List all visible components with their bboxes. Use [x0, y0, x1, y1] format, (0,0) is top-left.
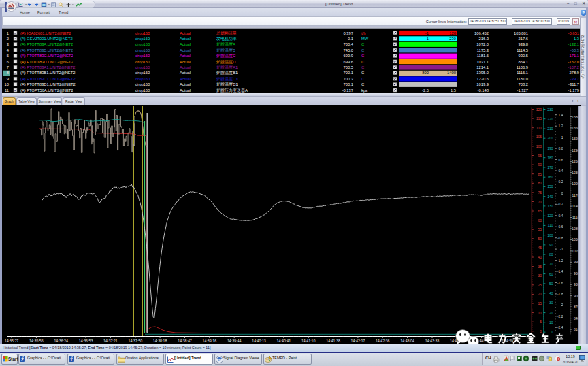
svg-text:40: 40 — [549, 291, 553, 295]
svg-text:745.0: 745.0 — [343, 48, 353, 52]
svg-text:Actual: Actual — [180, 65, 191, 69]
svg-text:C: C — [361, 65, 364, 69]
svg-text:(A) FTOTT83D.UNIT2@NET2: (A) FTOTT83D.UNIT2@NET2 — [20, 60, 74, 64]
svg-text:(A) IOA02681.UNIT2@NET2: (A) IOA02681.UNIT2@NET2 — [20, 31, 71, 35]
svg-text:14:38:47: 14:38:47 — [178, 339, 192, 343]
svg-text:4: 4 — [7, 48, 10, 52]
svg-text:0.2: 0.2 — [559, 180, 564, 184]
svg-text:Actual: Actual — [180, 77, 191, 81]
svg-text:-0.8: -0.8 — [557, 236, 564, 240]
svg-text:-39.7: -39.7 — [570, 77, 579, 81]
svg-text:C: C — [361, 77, 364, 81]
svg-text:0.397: 0.397 — [343, 31, 353, 35]
svg-text:炉膛压力变送器A: 炉膛压力变送器A — [216, 88, 248, 93]
svg-text:-107.2: -107.2 — [568, 65, 579, 69]
svg-text:C: C — [361, 60, 364, 64]
svg-text:699.9: 699.9 — [343, 54, 353, 58]
svg-text:C: C — [361, 54, 364, 58]
svg-text:drop160: drop160 — [135, 48, 150, 52]
svg-text:C: C — [361, 82, 364, 86]
svg-text:-60.3: -60.3 — [570, 48, 579, 52]
svg-text:14:41:10: 14:41:10 — [301, 339, 316, 343]
svg-text:14:38:18: 14:38:18 — [153, 339, 167, 343]
svg-text:(A) FTOTT83B.UNIT2@NET2: (A) FTOTT83B.UNIT2@NET2 — [20, 48, 73, 52]
svg-text:-1.2: -1.2 — [557, 259, 564, 263]
svg-text:90: 90 — [549, 243, 553, 247]
svg-text:C: C — [361, 48, 364, 52]
svg-text:0.6: 0.6 — [559, 158, 564, 162]
svg-text:130: 130 — [547, 204, 553, 208]
svg-text:炉膛温度B1: 炉膛温度B1 — [216, 70, 238, 76]
svg-text:120: 120 — [449, 31, 456, 35]
svg-text:160: 160 — [547, 175, 553, 179]
svg-text:20: 20 — [549, 311, 553, 315]
svg-text:-0.148: -0.148 — [478, 88, 489, 93]
svg-text:25: 25 — [538, 283, 542, 287]
svg-text:939.8: 939.8 — [518, 42, 528, 46]
svg-text:-1: -1 — [425, 31, 429, 35]
svg-text:-167.0: -167.0 — [568, 60, 579, 64]
svg-text:120: 120 — [547, 214, 553, 218]
svg-text:炉膛温度A: 炉膛温度A — [216, 41, 235, 47]
svg-text:1175.3: 1175.3 — [477, 48, 489, 52]
svg-text:14:35:56: 14:35:56 — [29, 339, 44, 343]
svg-text:(A) FTOTT83A1.UNIT2@NET2: (A) FTOTT83A1.UNIT2@NET2 — [20, 65, 76, 69]
svg-text:11: 11 — [5, 88, 9, 93]
svg-text:230: 230 — [449, 37, 456, 41]
svg-text:55: 55 — [538, 227, 542, 231]
svg-text:700.1: 700.1 — [343, 82, 353, 86]
svg-text:drop160: drop160 — [135, 88, 150, 93]
svg-text:drop160: drop160 — [135, 42, 150, 46]
svg-text:-311.7: -311.7 — [568, 82, 579, 86]
svg-text:1019.9: 1019.9 — [476, 82, 489, 86]
svg-text:216.3: 216.3 — [478, 37, 489, 41]
svg-text:95: 95 — [538, 154, 542, 158]
svg-text:1: 1 — [7, 31, 9, 35]
svg-text:drop160: drop160 — [135, 31, 150, 35]
svg-text:930.5: 930.5 — [518, 54, 528, 58]
svg-text:60: 60 — [538, 218, 542, 222]
svg-text:699.6: 699.6 — [343, 60, 353, 64]
svg-text:1181.6: 1181.6 — [477, 54, 489, 58]
svg-text:-278.9: -278.9 — [568, 71, 579, 75]
svg-text:70: 70 — [538, 200, 542, 204]
svg-text:-1.8: -1.8 — [557, 292, 564, 296]
svg-text:drop160: drop160 — [135, 77, 150, 81]
svg-text:1.5: 1.5 — [451, 88, 456, 93]
svg-text:65: 65 — [538, 209, 542, 213]
svg-text:0.8: 0.8 — [559, 146, 564, 150]
svg-text:-1.6: -1.6 — [557, 281, 564, 285]
svg-text:MW: MW — [361, 37, 369, 41]
svg-text:14:35:27: 14:35:27 — [5, 339, 19, 343]
svg-text:总燃料流量: 总燃料流量 — [216, 31, 237, 36]
svg-text:(A) FTOTT83C.UNIT2@NET2: (A) FTOTT83C.UNIT2@NET2 — [20, 54, 74, 58]
svg-text:-0.4: -0.4 — [557, 214, 564, 218]
svg-text:0.1: 0.1 — [348, 37, 353, 41]
svg-text:炉膛温度A1: 炉膛温度A1 — [216, 65, 238, 70]
svg-text:80: 80 — [538, 181, 542, 185]
svg-text:220: 220 — [547, 117, 553, 121]
svg-text:110: 110 — [536, 126, 542, 130]
svg-text:14:42:07: 14:42:07 — [351, 339, 365, 343]
svg-text:(A) GEVJT001.UNIT2@NET2: (A) GEVJT001.UNIT2@NET2 — [20, 37, 73, 41]
svg-text:-171.1: -171.1 — [568, 54, 579, 58]
svg-text:-0.6: -0.6 — [557, 224, 564, 229]
svg-text:kpa: kpa — [361, 88, 368, 93]
svg-text:-2.5: -2.5 — [422, 88, 429, 93]
svg-text:Actual: Actual — [180, 60, 191, 64]
svg-text:14:43:33: 14:43:33 — [425, 339, 440, 343]
svg-text:50: 50 — [549, 282, 553, 286]
svg-text:-132.1: -132.1 — [568, 42, 579, 46]
svg-text:80: 80 — [549, 252, 553, 256]
svg-text:-0.651: -0.651 — [568, 31, 579, 35]
svg-text:20: 20 — [538, 292, 542, 296]
svg-text:7: 7 — [7, 65, 9, 69]
svg-text:14:36:24: 14:36:24 — [54, 339, 68, 343]
svg-text:105: 105 — [536, 135, 542, 139]
svg-text:Actual: Actual — [180, 42, 191, 46]
svg-text:700.1: 700.1 — [343, 71, 353, 75]
svg-text:60: 60 — [549, 272, 553, 276]
svg-text:C: C — [361, 71, 364, 75]
svg-text:drop160: drop160 — [135, 37, 150, 41]
svg-text:70: 70 — [549, 262, 553, 266]
